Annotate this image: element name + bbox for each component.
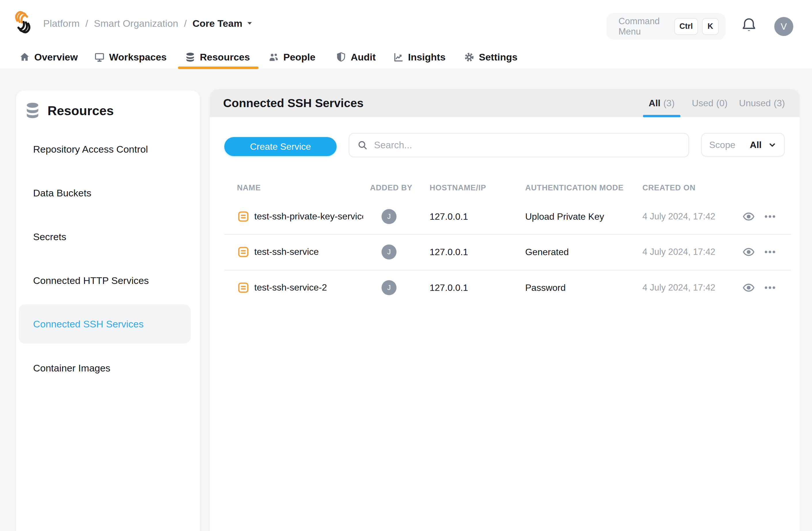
scope-value: All [750,140,762,150]
main-panel: Connected SSH Services All (3) Used (0) … [210,89,800,531]
people-icon [269,52,279,62]
command-menu-button[interactable]: Command Menu Ctrl K [606,13,726,40]
filter-all-label: All [649,98,661,109]
tab-resources[interactable]: Resources [185,47,250,67]
breadcrumb-separator: / [184,18,187,29]
page-title: Connected SSH Services [223,89,364,117]
hostname-cell: 127.0.0.1 [430,246,468,257]
added-by-avatar[interactable]: J [381,280,396,295]
tab-settings-label: Settings [479,52,518,63]
app-screen: Platform / Smart Organization / Core Tea… [0,0,812,531]
row-menu-button[interactable] [763,245,777,259]
shield-icon [336,52,346,62]
column-header-created-on: CREATED ON [642,182,696,193]
service-name-cell: test-ssh-service [237,246,319,258]
added-by-avatar[interactable]: J [381,244,396,259]
column-header-name: NAME [237,182,261,193]
breadcrumb-organization[interactable]: Smart Organization [94,18,178,29]
tab-people[interactable]: People [269,47,315,67]
user-avatar-initial: V [781,21,787,32]
resources-sidebar: Resources Repository Access Control Data… [16,90,200,531]
eye-icon [742,246,755,258]
tab-overview[interactable]: Overview [19,47,78,67]
sidebar-item-connected-http-services[interactable]: Connected HTTP Services [33,274,149,287]
chart-icon [393,52,404,62]
auth-mode-cell: Upload Private Key [525,211,604,222]
scope-dropdown[interactable]: Scope All [701,133,785,157]
brand-logo-icon[interactable] [13,9,32,35]
monitor-icon [94,52,105,62]
tab-insights[interactable]: Insights [393,47,446,67]
tab-settings[interactable]: Settings [464,47,518,67]
tab-resources-label: Resources [200,52,250,63]
row-menu-button[interactable] [763,281,777,294]
view-button[interactable] [742,210,755,223]
sidebar-item-connected-ssh-services[interactable]: Connected SSH Services [33,317,144,331]
kbd-k: K [702,18,719,35]
eye-icon [742,281,755,294]
filter-tab-used[interactable]: Used (0) [692,89,728,117]
view-button[interactable] [742,281,755,294]
view-button[interactable] [742,245,755,259]
tab-workspaces[interactable]: Workspaces [94,47,167,67]
tab-people-label: People [283,52,315,63]
tab-audit[interactable]: Audit [336,47,376,67]
sidebar-item-secrets[interactable]: Secrets [33,230,66,244]
service-name: test-ssh-private-key-service [254,211,363,222]
search-icon [357,140,368,150]
created-on-cell: 4 July 2024, 17:42 [642,211,715,222]
filter-unused-count: (3) [774,98,785,109]
service-file-icon [237,246,250,258]
active-tab-underline [178,67,259,69]
sidebar-item-data-buckets[interactable]: Data Buckets [33,186,91,200]
table-row[interactable]: test-ssh-private-key-service J 127.0.0.1… [210,199,800,234]
added-by-avatar[interactable]: J [381,209,396,224]
command-menu-label: Command Menu [619,16,670,37]
search-input[interactable] [374,140,680,150]
user-avatar[interactable]: V [774,17,793,36]
filter-unused-label: Unused [739,98,771,109]
filter-tab-all[interactable]: All (3) [643,89,680,117]
hostname-cell: 127.0.0.1 [430,282,468,293]
kbd-ctrl: Ctrl [675,18,698,35]
ellipsis-icon [764,281,776,294]
sidebar-item-repository-access-control[interactable]: Repository Access Control [33,142,148,156]
row-actions [742,245,777,259]
eye-icon [742,210,755,223]
tab-audit-label: Audit [351,52,376,63]
service-file-icon [237,281,250,294]
service-name-cell: test-ssh-service-2 [237,281,327,294]
added-by-initial: J [387,248,391,256]
sidebar-item-container-images[interactable]: Container Images [33,361,110,375]
filter-used-count: (0) [716,98,727,109]
row-menu-button[interactable] [763,210,777,223]
create-service-button[interactable]: Create Service [224,137,337,156]
search-box [349,133,689,157]
home-icon [19,52,30,62]
created-on-cell: 4 July 2024, 17:42 [642,283,715,293]
top-bar: Platform / Smart Organization / Core Tea… [0,0,812,69]
sidebar-title: Resources [47,103,114,118]
breadcrumb-separator: / [86,18,88,29]
database-icon [185,52,195,62]
table-row[interactable]: test-ssh-service-2 J 127.0.0.1 Password … [210,270,800,305]
notifications-bell-icon[interactable] [741,17,757,33]
added-by-initial: J [387,284,391,292]
caret-down-icon [246,19,253,27]
tab-overview-label: Overview [34,52,78,63]
breadcrumb-platform[interactable]: Platform [43,18,80,29]
breadcrumb-team-dropdown[interactable]: Core Team [192,18,253,29]
table-row[interactable]: test-ssh-service J 127.0.0.1 Generated 4… [210,234,800,270]
column-header-hostname: HOSTNAME/IP [430,182,486,193]
row-actions [742,281,777,294]
filter-tabs: All (3) Used (0) Unused (3) [643,89,785,117]
filter-tab-unused[interactable]: Unused (3) [739,89,785,117]
breadcrumb-team-label: Core Team [192,18,242,29]
scope-label: Scope [709,140,736,150]
service-file-icon [237,210,250,223]
created-on-cell: 4 July 2024, 17:42 [642,247,715,257]
column-header-auth-mode: AUTHENTICATION MODE [525,182,624,193]
auth-mode-cell: Password [525,282,566,293]
filter-used-label: Used [692,98,713,109]
service-name: test-ssh-service-2 [254,282,327,293]
